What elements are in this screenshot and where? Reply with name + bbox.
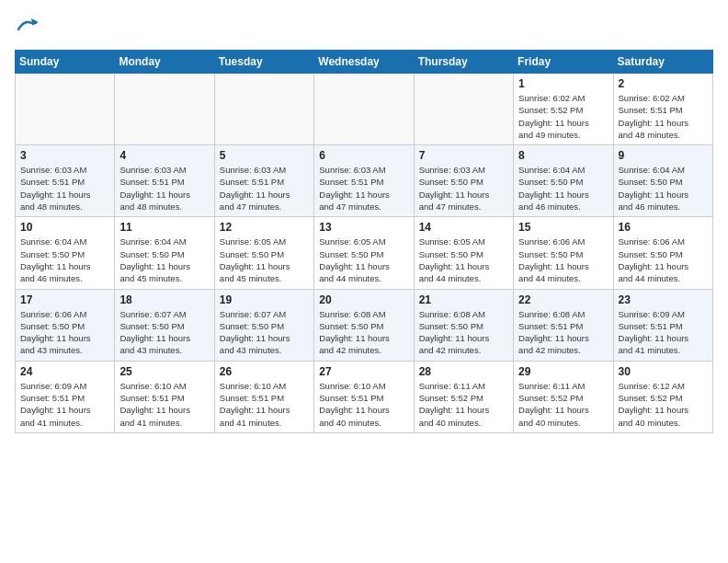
day-info: Sunrise: 6:03 AM Sunset: 5:51 PM Dayligh… xyxy=(319,164,408,213)
day-info: Sunrise: 6:08 AM Sunset: 5:50 PM Dayligh… xyxy=(319,308,408,357)
calendar-table: SundayMondayTuesdayWednesdayThursdayFrid… xyxy=(15,50,713,433)
calendar-cell-5-4: 27Sunrise: 6:10 AM Sunset: 5:51 PM Dayli… xyxy=(314,361,414,432)
page: SundayMondayTuesdayWednesdayThursdayFrid… xyxy=(0,0,728,563)
day-info: Sunrise: 6:11 AM Sunset: 5:52 PM Dayligh… xyxy=(518,380,608,429)
logo xyxy=(15,15,39,40)
calendar-cell-3-4: 13Sunrise: 6:05 AM Sunset: 5:50 PM Dayli… xyxy=(314,217,414,289)
calendar-cell-4-1: 17Sunrise: 6:06 AM Sunset: 5:50 PM Dayli… xyxy=(16,289,115,361)
day-number: 17 xyxy=(20,293,109,306)
weekday-header-wednesday: Wednesday xyxy=(314,51,414,74)
calendar-cell-3-5: 14Sunrise: 6:05 AM Sunset: 5:50 PM Dayli… xyxy=(414,217,513,289)
weekday-header-sunday: Sunday xyxy=(16,51,115,74)
calendar-cell-2-6: 8Sunrise: 6:04 AM Sunset: 5:50 PM Daylig… xyxy=(514,145,613,217)
day-number: 28 xyxy=(419,365,508,378)
day-number: 7 xyxy=(419,149,508,162)
day-number: 6 xyxy=(319,149,408,162)
day-info: Sunrise: 6:08 AM Sunset: 5:50 PM Dayligh… xyxy=(419,308,508,357)
calendar-cell-4-3: 19Sunrise: 6:07 AM Sunset: 5:50 PM Dayli… xyxy=(214,289,313,361)
calendar-cell-5-7: 30Sunrise: 6:12 AM Sunset: 5:52 PM Dayli… xyxy=(613,361,712,432)
day-info: Sunrise: 6:03 AM Sunset: 5:51 PM Dayligh… xyxy=(220,164,309,213)
day-number: 13 xyxy=(319,221,408,234)
calendar-cell-2-7: 9Sunrise: 6:04 AM Sunset: 5:50 PM Daylig… xyxy=(613,145,712,217)
calendar-cell-2-5: 7Sunrise: 6:03 AM Sunset: 5:50 PM Daylig… xyxy=(414,145,513,217)
calendar-cell-3-6: 15Sunrise: 6:06 AM Sunset: 5:50 PM Dayli… xyxy=(514,217,613,289)
day-number: 14 xyxy=(419,221,508,234)
day-info: Sunrise: 6:04 AM Sunset: 5:50 PM Dayligh… xyxy=(619,164,708,213)
calendar-cell-2-2: 4Sunrise: 6:03 AM Sunset: 5:51 PM Daylig… xyxy=(115,145,214,217)
weekday-header-thursday: Thursday xyxy=(414,51,513,74)
day-info: Sunrise: 6:09 AM Sunset: 5:51 PM Dayligh… xyxy=(619,308,708,357)
day-info: Sunrise: 6:10 AM Sunset: 5:51 PM Dayligh… xyxy=(220,380,309,429)
day-info: Sunrise: 6:06 AM Sunset: 5:50 PM Dayligh… xyxy=(619,236,708,284)
day-info: Sunrise: 6:03 AM Sunset: 5:50 PM Dayligh… xyxy=(419,164,508,213)
day-number: 26 xyxy=(220,365,309,378)
day-number: 18 xyxy=(119,293,209,306)
weekday-header-tuesday: Tuesday xyxy=(214,51,313,74)
day-number: 24 xyxy=(20,365,109,378)
day-number: 21 xyxy=(419,293,508,306)
calendar-cell-3-1: 10Sunrise: 6:04 AM Sunset: 5:50 PM Dayli… xyxy=(16,217,115,289)
day-info: Sunrise: 6:10 AM Sunset: 5:51 PM Dayligh… xyxy=(119,380,209,429)
day-number: 1 xyxy=(518,77,608,90)
day-info: Sunrise: 6:08 AM Sunset: 5:51 PM Dayligh… xyxy=(518,308,608,357)
day-info: Sunrise: 6:04 AM Sunset: 5:50 PM Dayligh… xyxy=(518,164,608,213)
day-number: 8 xyxy=(518,149,608,162)
day-number: 4 xyxy=(119,149,209,162)
calendar-cell-1-6: 1Sunrise: 6:02 AM Sunset: 5:52 PM Daylig… xyxy=(514,74,613,145)
calendar-week-row-1: 1Sunrise: 6:02 AM Sunset: 5:52 PM Daylig… xyxy=(16,74,713,145)
day-info: Sunrise: 6:07 AM Sunset: 5:50 PM Dayligh… xyxy=(220,308,309,357)
calendar-week-row-2: 3Sunrise: 6:03 AM Sunset: 5:51 PM Daylig… xyxy=(16,145,713,217)
day-number: 22 xyxy=(518,293,608,306)
calendar-cell-4-6: 22Sunrise: 6:08 AM Sunset: 5:51 PM Dayli… xyxy=(514,289,613,361)
day-number: 9 xyxy=(619,149,708,162)
calendar-cell-4-2: 18Sunrise: 6:07 AM Sunset: 5:50 PM Dayli… xyxy=(115,289,214,361)
logo-icon xyxy=(17,15,39,37)
weekday-header-friday: Friday xyxy=(514,51,613,74)
day-info: Sunrise: 6:03 AM Sunset: 5:51 PM Dayligh… xyxy=(119,164,209,213)
day-info: Sunrise: 6:09 AM Sunset: 5:51 PM Dayligh… xyxy=(20,380,109,429)
calendar-cell-1-4 xyxy=(314,74,414,145)
day-info: Sunrise: 6:05 AM Sunset: 5:50 PM Dayligh… xyxy=(319,236,408,284)
day-number: 23 xyxy=(619,293,708,306)
day-info: Sunrise: 6:04 AM Sunset: 5:50 PM Dayligh… xyxy=(20,236,109,284)
calendar-cell-4-5: 21Sunrise: 6:08 AM Sunset: 5:50 PM Dayli… xyxy=(414,289,513,361)
day-info: Sunrise: 6:05 AM Sunset: 5:50 PM Dayligh… xyxy=(220,236,309,284)
calendar-cell-4-4: 20Sunrise: 6:08 AM Sunset: 5:50 PM Dayli… xyxy=(314,289,414,361)
day-info: Sunrise: 6:02 AM Sunset: 5:52 PM Dayligh… xyxy=(518,92,608,141)
day-number: 3 xyxy=(20,149,109,162)
day-info: Sunrise: 6:03 AM Sunset: 5:51 PM Dayligh… xyxy=(20,164,109,213)
calendar-cell-2-4: 6Sunrise: 6:03 AM Sunset: 5:51 PM Daylig… xyxy=(314,145,414,217)
calendar-cell-1-2 xyxy=(115,74,214,145)
day-info: Sunrise: 6:12 AM Sunset: 5:52 PM Dayligh… xyxy=(619,380,708,429)
day-number: 30 xyxy=(619,365,708,378)
calendar-cell-5-5: 28Sunrise: 6:11 AM Sunset: 5:52 PM Dayli… xyxy=(414,361,513,432)
day-info: Sunrise: 6:04 AM Sunset: 5:50 PM Dayligh… xyxy=(119,236,209,284)
day-info: Sunrise: 6:06 AM Sunset: 5:50 PM Dayligh… xyxy=(518,236,608,284)
day-number: 12 xyxy=(220,221,309,234)
calendar-cell-5-1: 24Sunrise: 6:09 AM Sunset: 5:51 PM Dayli… xyxy=(16,361,115,432)
day-number: 15 xyxy=(518,221,608,234)
day-info: Sunrise: 6:02 AM Sunset: 5:51 PM Dayligh… xyxy=(619,92,708,141)
day-number: 5 xyxy=(220,149,309,162)
calendar-cell-1-7: 2Sunrise: 6:02 AM Sunset: 5:51 PM Daylig… xyxy=(613,74,712,145)
calendar-cell-3-3: 12Sunrise: 6:05 AM Sunset: 5:50 PM Dayli… xyxy=(214,217,313,289)
day-number: 25 xyxy=(119,365,209,378)
calendar-cell-2-1: 3Sunrise: 6:03 AM Sunset: 5:51 PM Daylig… xyxy=(16,145,115,217)
calendar-cell-4-7: 23Sunrise: 6:09 AM Sunset: 5:51 PM Dayli… xyxy=(613,289,712,361)
day-info: Sunrise: 6:07 AM Sunset: 5:50 PM Dayligh… xyxy=(119,308,209,357)
calendar-cell-5-2: 25Sunrise: 6:10 AM Sunset: 5:51 PM Dayli… xyxy=(115,361,214,432)
calendar-cell-1-1 xyxy=(16,74,115,145)
header xyxy=(15,15,713,40)
day-number: 2 xyxy=(619,77,708,90)
calendar-cell-5-6: 29Sunrise: 6:11 AM Sunset: 5:52 PM Dayli… xyxy=(514,361,613,432)
day-number: 27 xyxy=(319,365,408,378)
calendar-cell-2-3: 5Sunrise: 6:03 AM Sunset: 5:51 PM Daylig… xyxy=(214,145,313,217)
calendar-cell-3-7: 16Sunrise: 6:06 AM Sunset: 5:50 PM Dayli… xyxy=(613,217,712,289)
day-number: 20 xyxy=(319,293,408,306)
day-info: Sunrise: 6:11 AM Sunset: 5:52 PM Dayligh… xyxy=(419,380,508,429)
day-number: 10 xyxy=(20,221,109,234)
calendar-week-row-4: 17Sunrise: 6:06 AM Sunset: 5:50 PM Dayli… xyxy=(16,289,713,361)
calendar-week-row-5: 24Sunrise: 6:09 AM Sunset: 5:51 PM Dayli… xyxy=(16,361,713,432)
calendar-cell-1-5 xyxy=(414,74,513,145)
calendar-cell-3-2: 11Sunrise: 6:04 AM Sunset: 5:50 PM Dayli… xyxy=(115,217,214,289)
